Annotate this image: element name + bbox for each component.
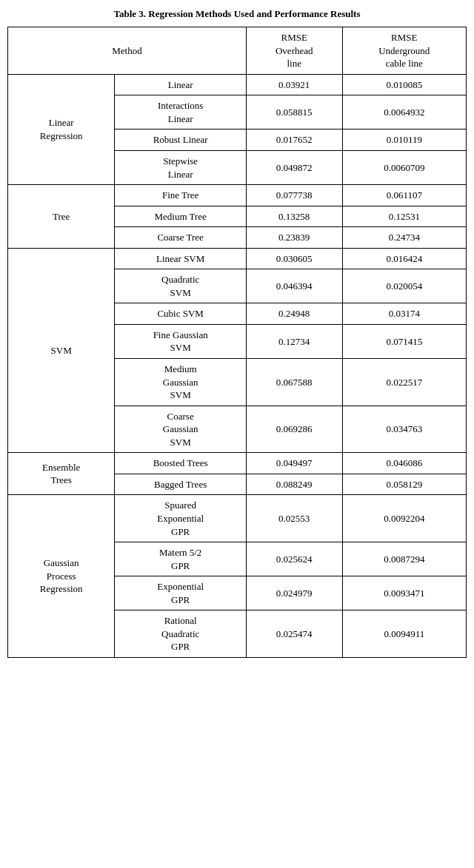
rmse-overhead-value: 0.017652 — [246, 129, 342, 151]
rmse-overhead-value: 0.049497 — [246, 453, 342, 474]
rmse-underground-value: 0.010119 — [342, 129, 466, 151]
rmse-overhead-value: 0.067588 — [246, 359, 342, 406]
rmse-overhead-value: 0.025624 — [246, 542, 342, 576]
rmse-underground-value: 0.0064932 — [342, 95, 466, 129]
header-rmse-underground: RMSE Underground cable line — [342, 27, 466, 75]
rmse-overhead-value: 0.23839 — [246, 227, 342, 249]
rmse-overhead-value: 0.046394 — [246, 269, 342, 303]
rmse-overhead-value: 0.024979 — [246, 576, 342, 610]
rmse-overhead-value: 0.030605 — [246, 248, 342, 269]
rmse-overhead-value: 0.025474 — [246, 610, 342, 658]
sub-method: Fine GaussianSVM — [115, 324, 247, 358]
sub-method: InteractionsLinear — [115, 95, 247, 129]
rmse-overhead-value: 0.02553 — [246, 495, 342, 542]
table-row: SVMLinear SVM0.0306050.016424 — [8, 248, 467, 269]
table-container: Table 3. Regression Methods Used and Per… — [7, 7, 467, 658]
sub-method: CoarseGaussianSVM — [115, 406, 247, 453]
rmse-underground-value: 0.061107 — [342, 185, 466, 206]
rmse-underground-value: 0.12531 — [342, 206, 466, 227]
header-method: Method — [8, 27, 247, 75]
rmse-underground-value: 0.071415 — [342, 324, 466, 358]
sub-method: Robust Linear — [115, 129, 247, 151]
rmse-underground-value: 0.0087294 — [342, 542, 466, 576]
sub-method: Fine Tree — [115, 185, 247, 206]
method-group: Tree — [8, 185, 115, 249]
sub-method: Coarse Tree — [115, 227, 247, 249]
rmse-underground-value: 0.03174 — [342, 303, 466, 325]
sub-method: MediumGaussianSVM — [115, 359, 247, 406]
table-row: EnsembleTreesBoosted Trees0.0494970.0460… — [8, 453, 467, 474]
rmse-overhead-value: 0.049872 — [246, 151, 342, 185]
sub-method: Boosted Trees — [115, 453, 247, 474]
header-rmse-overhead: RMSE Overhead line — [246, 27, 342, 75]
rmse-underground-value: 0.046086 — [342, 453, 466, 474]
rmse-overhead-value: 0.24948 — [246, 303, 342, 325]
rmse-overhead-value: 0.058815 — [246, 95, 342, 129]
rmse-overhead-value: 0.088249 — [246, 474, 342, 495]
rmse-underground-value: 0.0060709 — [342, 151, 466, 185]
method-group: GaussianProcessRegression — [8, 495, 115, 657]
rmse-overhead-value: 0.077738 — [246, 185, 342, 206]
table-row: TreeFine Tree0.0777380.061107 — [8, 185, 467, 206]
table-row: LinearRegressionLinear0.039210.010085 — [8, 74, 467, 95]
sub-method: SpuaredExponentialGPR — [115, 495, 247, 542]
sub-method: Linear — [115, 74, 247, 95]
method-group: EnsembleTrees — [8, 453, 115, 495]
table-title: Table 3. Regression Methods Used and Per… — [7, 7, 467, 21]
rmse-underground-value: 0.020054 — [342, 269, 466, 303]
rmse-underground-value: 0.034763 — [342, 406, 466, 453]
rmse-underground-value: 0.016424 — [342, 248, 466, 269]
rmse-underground-value: 0.24734 — [342, 227, 466, 249]
rmse-underground-value: 0.058129 — [342, 474, 466, 495]
sub-method: Cubic SVM — [115, 303, 247, 325]
method-group: SVM — [8, 248, 115, 453]
sub-method: QuadraticSVM — [115, 269, 247, 303]
sub-method: Matern 5/2GPR — [115, 542, 247, 576]
method-group: LinearRegression — [8, 74, 115, 184]
rmse-underground-value: 0.0093471 — [342, 576, 466, 610]
data-table: Method RMSE Overhead line RMSE Undergrou… — [7, 27, 467, 658]
sub-method: Medium Tree — [115, 206, 247, 227]
table-row: GaussianProcessRegressionSpuaredExponent… — [8, 495, 467, 542]
rmse-underground-value: 0.010085 — [342, 74, 466, 95]
sub-method: StepwiseLinear — [115, 151, 247, 185]
sub-method: Linear SVM — [115, 248, 247, 269]
rmse-underground-value: 0.0094911 — [342, 610, 466, 658]
rmse-overhead-value: 0.03921 — [246, 74, 342, 95]
rmse-overhead-value: 0.12734 — [246, 324, 342, 358]
rmse-overhead-value: 0.13258 — [246, 206, 342, 227]
rmse-underground-value: 0.0092204 — [342, 495, 466, 542]
sub-method: RationalQuadraticGPR — [115, 610, 247, 658]
sub-method: ExponentialGPR — [115, 576, 247, 610]
rmse-overhead-value: 0.069286 — [246, 406, 342, 453]
rmse-underground-value: 0.022517 — [342, 359, 466, 406]
sub-method: Bagged Trees — [115, 474, 247, 495]
